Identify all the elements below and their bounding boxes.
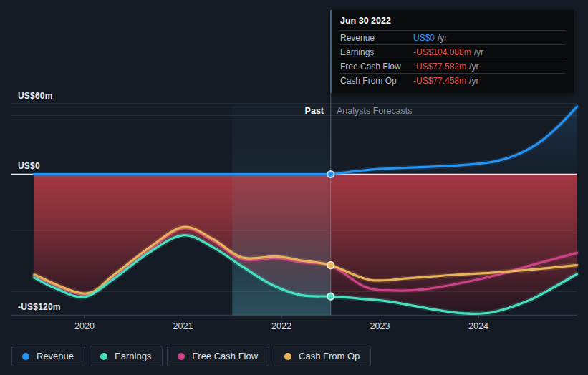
x-axis-label-2023: 2023 xyxy=(370,321,390,331)
earnings-marker xyxy=(327,293,334,300)
tooltip-date: Jun 30 2022 xyxy=(340,14,565,30)
forecast-section-label: Analysts Forecasts xyxy=(337,106,413,116)
legend-label: Revenue xyxy=(37,351,74,361)
x-axis-label-2020: 2020 xyxy=(74,321,95,331)
tooltip-unit: /yr xyxy=(474,47,483,57)
tooltip-label: Cash From Op xyxy=(340,76,413,86)
chart-legend: Revenue Earnings Free Cash Flow Cash Fro… xyxy=(11,346,371,366)
x-axis-label-2024: 2024 xyxy=(468,321,488,331)
legend-item-revenue[interactable]: Revenue xyxy=(11,346,85,366)
tooltip-label: Revenue xyxy=(340,33,413,43)
legend-label: Earnings xyxy=(115,351,151,361)
legend-item-free-cash-flow[interactable]: Free Cash Flow xyxy=(167,346,269,366)
x-axis-label-2021: 2021 xyxy=(173,321,193,331)
free-cash-flow-dot-icon xyxy=(178,353,185,360)
y-axis-label-0: US$0 xyxy=(18,161,40,171)
tooltip-label: Free Cash Flow xyxy=(340,62,413,72)
tooltip-label: Earnings xyxy=(340,47,413,57)
highlight-band xyxy=(232,104,331,315)
tooltip-row-earnings: Earnings -US$104.088m /yr xyxy=(340,44,565,59)
cash-from-op-dot-icon xyxy=(284,353,291,360)
tooltip-row-revenue: Revenue US$0 /yr xyxy=(340,30,565,44)
cash-from-op-marker xyxy=(327,262,334,268)
tooltip-row-cash-from-op: Cash From Op -US$77.458m /yr xyxy=(340,73,565,87)
earnings-dot-icon xyxy=(100,353,107,360)
tooltip-row-free-cash-flow: Free Cash Flow -US$77.582m /yr xyxy=(340,59,565,73)
revenue-marker xyxy=(327,171,334,177)
past-section-label: Past xyxy=(265,106,324,116)
earnings-revenue-growth-chart: { "tooltip": { "date": "Jun 30 2022", "r… xyxy=(0,0,588,375)
tooltip-value: -US$77.582m xyxy=(413,62,466,72)
legend-item-earnings[interactable]: Earnings xyxy=(90,346,163,366)
legend-label: Free Cash Flow xyxy=(192,351,258,361)
hover-tooltip: Jun 30 2022 Revenue US$0 /yr Earnings -U… xyxy=(330,10,574,93)
y-axis-label-neg120m: -US$120m xyxy=(18,302,61,312)
tooltip-value: -US$104.088m xyxy=(413,47,471,57)
legend-item-cash-from-op[interactable]: Cash From Op xyxy=(274,346,371,366)
y-axis-label-60m: US$60m xyxy=(18,91,53,101)
legend-label: Cash From Op xyxy=(299,351,360,361)
tooltip-unit: /yr xyxy=(438,33,447,43)
tooltip-unit: /yr xyxy=(469,62,478,72)
x-axis-label-2022: 2022 xyxy=(271,321,291,331)
tooltip-value: US$0 xyxy=(413,33,435,43)
tooltip-value: -US$77.458m xyxy=(413,76,466,86)
tooltip-unit: /yr xyxy=(469,76,478,86)
revenue-dot-icon xyxy=(22,353,29,360)
